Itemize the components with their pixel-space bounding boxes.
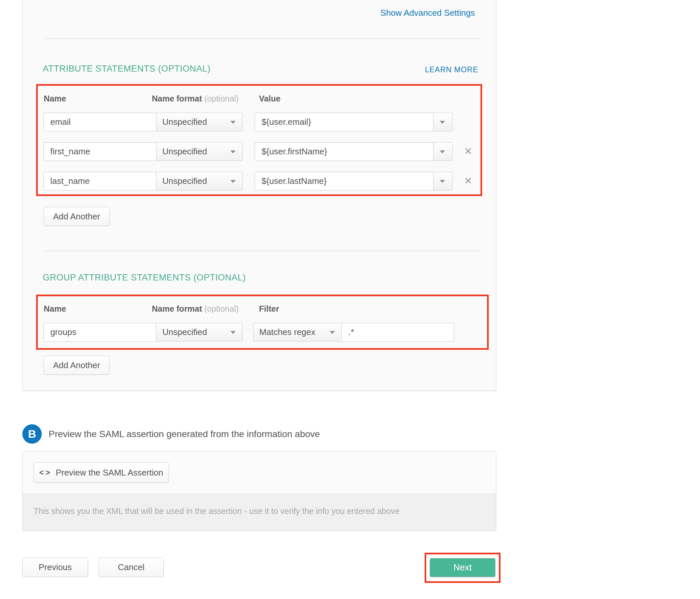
learn-more-link[interactable]: LEARN MORE	[406, 66, 478, 74]
divider	[44, 38, 481, 39]
selected-filter-type: Matches regex	[259, 327, 316, 337]
group-name-input[interactable]	[43, 323, 156, 341]
attr-value-dropdown-toggle[interactable]	[433, 172, 453, 190]
divider	[44, 251, 481, 251]
group-attribute-statements-heading: GROUP ATTRIBUTE STATEMENTS (OPTIONAL)	[43, 272, 246, 283]
preview-helper-text: This shows you the XML that will be used…	[33, 506, 461, 516]
show-advanced-settings-link[interactable]: Show Advanced Settings	[360, 8, 475, 18]
column-header-name-format: Name format (optional)	[152, 304, 239, 314]
column-header-name: Name	[44, 94, 66, 103]
attr-name-format-select[interactable]: Unspecified	[156, 172, 243, 190]
attr-value-input[interactable]	[255, 172, 433, 190]
column-header-filter: Filter	[259, 304, 279, 314]
group-name-format-select[interactable]: Unspecified	[156, 323, 243, 341]
column-header-value: Value	[259, 94, 280, 103]
remove-row-icon[interactable]: ✕	[464, 176, 472, 186]
attr-value-dropdown-toggle[interactable]	[433, 113, 453, 131]
chevron-down-icon	[440, 121, 445, 124]
chevron-down-icon	[230, 331, 235, 334]
add-another-group-attribute-button[interactable]: Add Another	[44, 356, 109, 375]
chevron-down-icon	[440, 150, 445, 153]
optional-hint: (optional)	[204, 304, 239, 313]
code-brackets-icon: <>	[39, 468, 52, 477]
column-header-name: Name	[44, 304, 66, 314]
step-b-badge: B	[22, 424, 42, 444]
attr-value-input[interactable]	[255, 142, 433, 161]
next-button[interactable]: Next	[430, 558, 495, 577]
attribute-statements-heading: ATTRIBUTE STATEMENTS (OPTIONAL)	[43, 64, 211, 74]
preview-section-title: Preview the SAML assertion generated fro…	[49, 429, 320, 439]
chevron-down-icon	[230, 121, 235, 124]
attr-name-format-select[interactable]: Unspecified	[156, 142, 243, 161]
optional-hint: (optional)	[204, 94, 239, 103]
attr-name-input[interactable]	[43, 172, 156, 190]
selected-format: Unspecified	[162, 147, 207, 156]
preview-saml-assertion-label: Preview the SAML Assertion	[55, 468, 163, 478]
remove-row-icon[interactable]: ✕	[464, 147, 472, 156]
previous-button[interactable]: Previous	[22, 557, 88, 577]
attr-value-input[interactable]	[255, 113, 433, 131]
chevron-down-icon	[330, 331, 335, 334]
add-another-attribute-button[interactable]: Add Another	[44, 207, 109, 226]
chevron-down-icon	[230, 150, 235, 153]
group-filter-type-select[interactable]: Matches regex	[253, 323, 342, 341]
preview-saml-assertion-button[interactable]: <> Preview the SAML Assertion	[33, 462, 169, 483]
attr-name-input[interactable]	[43, 142, 156, 161]
chevron-down-icon	[440, 180, 445, 183]
group-filter-value-input[interactable]	[342, 323, 454, 341]
cancel-button[interactable]: Cancel	[99, 557, 164, 577]
saml-settings-page: Show Advanced Settings ATTRIBUTE STATEME…	[0, 0, 700, 599]
chevron-down-icon	[230, 180, 235, 183]
column-header-name-format: Name format (optional)	[152, 94, 239, 103]
selected-format: Unspecified	[162, 117, 207, 127]
selected-format: Unspecified	[162, 327, 207, 337]
attr-value-dropdown-toggle[interactable]	[433, 142, 453, 161]
selected-format: Unspecified	[162, 176, 207, 186]
attr-name-input[interactable]	[43, 113, 156, 131]
attr-name-format-select[interactable]: Unspecified	[156, 113, 243, 131]
